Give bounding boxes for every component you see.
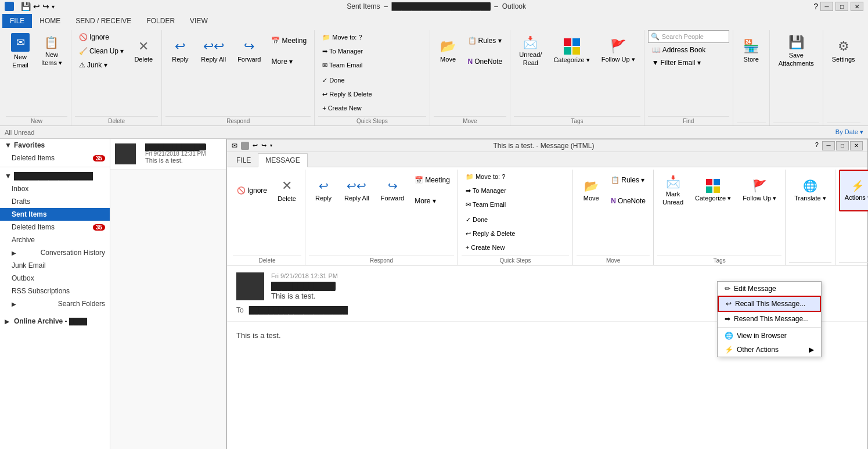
sidebar-item-rss[interactable]: RSS Subscriptions [0,285,110,297]
msg-mark-unread-icon: 📩 [666,175,680,189]
msg-tab-file[interactable]: FILE [229,154,258,167]
msg-categorize-icon [706,179,720,193]
msg-delete-button[interactable]: ✕ Delete [272,170,301,211]
msg-maximize-button[interactable]: □ [836,141,849,150]
msg-actions-group-label [839,262,868,265]
msg-help-icon[interactable]: ? [815,141,819,150]
new-email-button[interactable]: ✉ NewEmail [6,30,35,72]
close-button[interactable]: ✕ [851,2,863,11]
onenote-button[interactable]: N OneNote [464,56,507,67]
msg-ignore-button[interactable]: 🚫 Ignore [233,185,271,196]
sidebar-item-deleted-fav[interactable]: Deleted Items 35 [0,152,110,164]
junk-button[interactable]: ⚠ Junk ▾ [75,59,128,71]
delete-button[interactable]: ✕ Delete [129,30,158,72]
meeting-button[interactable]: 📅 Meeting [267,35,311,46]
maximize-button[interactable]: □ [835,2,848,11]
msg-reply-button[interactable]: ↩ Reply [309,170,338,211]
filter-email-button[interactable]: ▼ Filter Email ▾ [648,57,705,69]
arrange-by-button[interactable]: By Date ▾ [835,128,863,136]
minimize-button[interactable]: ─ [820,2,833,11]
sidebar-item-drafts[interactable]: Drafts [0,195,110,208]
address-book-button[interactable]: 📖 Address Book [648,44,710,56]
actions-view-in-browser[interactable]: 🌐 View in Browser [718,329,821,343]
msg-create-new-qs-button[interactable]: + Create New [462,242,569,253]
move-button[interactable]: 📂 Move [434,30,463,72]
msg-done-button[interactable]: ✓ Done [462,214,569,225]
actions-resend-message[interactable]: ➡ Resend This Message... [718,312,821,326]
sidebar-item-sent[interactable]: Sent Items [0,208,110,221]
actions-recall-message[interactable]: ↩ Recall This Message... [718,296,821,312]
sidebar-item-conv-history[interactable]: ▶ Conversation History [0,246,110,259]
sidebar-item-outbox[interactable]: Outbox [0,272,110,285]
followup-button[interactable]: 🚩 Follow Up ▾ [596,30,640,72]
tab-file[interactable]: FILE [2,14,32,28]
actions-other-actions[interactable]: ⚡ Other Actions ▶ [718,343,821,357]
save-attachments-button[interactable]: 💾 SaveAttachments [773,30,819,72]
msg-translate-button[interactable]: 🌐 Translate ▾ [789,170,831,211]
msg-undo-icon[interactable]: ↩ [253,142,258,149]
to-manager-button[interactable]: ➡ To Manager [318,45,426,57]
email-list-item[interactable]: ████████████ Fri 9/21/2018 12:31 PM This… [110,139,226,170]
unread-read-button[interactable]: 📩 Unread/Read [514,30,547,72]
msg-minimize-button[interactable]: ─ [822,141,835,150]
more-respond-button[interactable]: More ▾ [267,56,311,67]
rules-button[interactable]: 📋 Rules ▾ [464,35,507,46]
msg-close-button[interactable]: ✕ [850,141,863,150]
save-qat-icon[interactable]: 💾 [21,2,31,11]
forward-button[interactable]: ↪ Forward [232,30,266,72]
reply-button[interactable]: ↩ Reply [165,30,195,72]
msg-save-icon[interactable] [241,142,249,150]
msg-forward-button[interactable]: ↪ Forward [376,170,409,211]
reply-delete-button[interactable]: ↩ Reply & Delete [318,88,426,100]
tab-view[interactable]: VIEW [182,14,215,28]
tab-send-receive[interactable]: SEND / RECEIVE [68,14,139,28]
msg-mark-unread-button[interactable]: 📩 MarkUnread [657,170,689,211]
msg-move-to-button[interactable]: 📁 Move to: ? [462,171,569,182]
msg-rules-button[interactable]: 📋 Rules ▾ [607,174,650,186]
msg-team-email-button[interactable]: ✉ Team Email [462,199,569,210]
msg-move-button[interactable]: 📂 Move [577,170,606,211]
undo-qat-icon[interactable]: ↩ [33,2,40,11]
msg-qat-dropdown[interactable]: ▾ [270,143,272,148]
help-icon[interactable]: ? [813,2,818,11]
new-items-button[interactable]: 📋 NewItems ▾ [36,30,67,72]
reply-all-button[interactable]: ↩↩ Reply All [196,30,231,72]
done-button[interactable]: ✓ Done [318,74,426,86]
msg-more-respond-button[interactable]: More ▾ [410,195,454,207]
move-to-button[interactable]: 📁 Move to: ? [318,31,426,43]
search-people-input[interactable]: 🔍 Search People [648,30,729,43]
sidebar-item-deleted[interactable]: Deleted Items 35 [0,221,110,234]
favorites-header[interactable]: ▼ Favorites [0,139,110,152]
tab-home[interactable]: HOME [32,14,68,28]
create-new-qs-button[interactable]: + Create New [318,102,426,114]
msg-onenote-button[interactable]: N OneNote [607,195,650,207]
msg-to-manager-button[interactable]: ➡ To Manager [462,185,569,196]
tab-folder[interactable]: FOLDER [139,14,182,28]
forward-label: Forward [237,56,261,63]
settings-button[interactable]: ⚙ Settings [827,30,860,72]
sidebar-item-archive[interactable]: Archive [0,234,110,246]
actions-edit-message[interactable]: ✏ Edit Message [718,282,821,296]
online-archive-header[interactable]: ▶ Online Archive - ████ [0,315,110,328]
msg-categorize-button[interactable]: Categorize ▾ [690,170,736,211]
msg-reply-all-button[interactable]: ↩↩ Reply All [339,170,374,211]
categorize-button[interactable]: Categorize ▾ [548,30,595,72]
sidebar-item-inbox[interactable]: Inbox [0,182,110,195]
customize-qat-icon[interactable]: ▾ [52,3,55,10]
team-email-button[interactable]: ✉ Team Email [318,59,426,71]
cleanup-button[interactable]: 🧹 Clean Up ▾ [75,45,128,57]
sidebar-item-search-folders[interactable]: ▶ Search Folders [0,297,110,310]
msg-actions-button[interactable]: ⚡ Actions ▾ [839,170,868,211]
msg-redo-icon[interactable]: ↪ [261,142,266,149]
ignore-button[interactable]: 🚫 Ignore [75,31,128,43]
msg-meeting-button[interactable]: 📅 Meeting [410,174,454,186]
msg-reply-delete-button[interactable]: ↩ Reply & Delete [462,228,569,239]
account-header[interactable]: ▼ ████████████████ [0,170,110,182]
redo-qat-icon[interactable]: ↪ [42,2,49,11]
conv-history-chevron: ▶ [12,250,16,256]
junk-folder-label: Junk Email [12,261,46,270]
msg-followup-button[interactable]: 🚩 Follow Up ▾ [737,170,781,211]
store-button[interactable]: 🏪 Store [737,30,766,72]
sidebar-item-junk[interactable]: Junk Email [0,259,110,272]
msg-tab-message[interactable]: MESSAGE [258,153,307,167]
